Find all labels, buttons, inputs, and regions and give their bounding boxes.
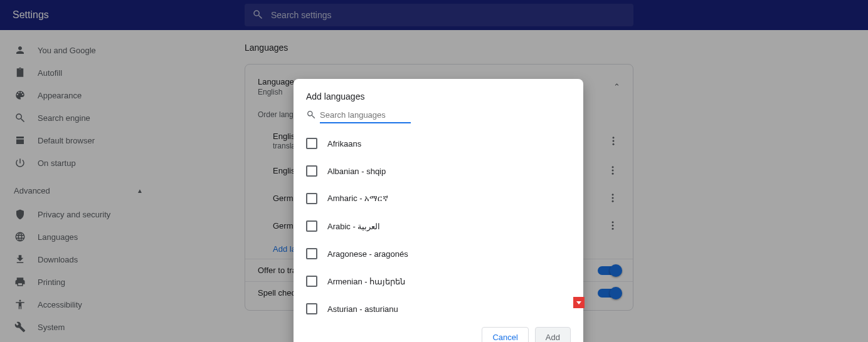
checkbox[interactable] xyxy=(306,248,317,259)
language-option[interactable]: Albanian - shqip xyxy=(306,157,571,185)
language-option-label: Afrikaans xyxy=(327,139,361,148)
checkbox[interactable] xyxy=(306,220,317,232)
language-option[interactable]: Armenian - հայերեն xyxy=(306,267,571,295)
dialog-title: Add languages xyxy=(294,79,583,108)
checkbox[interactable] xyxy=(306,138,317,149)
language-option-label: Aragonese - aragonés xyxy=(327,249,408,259)
checkbox[interactable] xyxy=(306,193,317,204)
language-option-label: Amharic - አማርኛ xyxy=(327,194,388,204)
cancel-button[interactable]: Cancel xyxy=(482,327,528,342)
language-option[interactable]: Aragonese - aragonés xyxy=(306,240,571,267)
dialog-search-row xyxy=(306,108,571,123)
add-languages-dialog: Add languages Afrikaans Albanian - shqip… xyxy=(294,79,583,342)
language-option[interactable]: Arabic - العربية xyxy=(306,212,571,240)
dialog-actions: Cancel Add xyxy=(294,318,583,342)
checkbox[interactable] xyxy=(306,303,317,314)
checkbox[interactable] xyxy=(306,276,317,287)
checkbox[interactable] xyxy=(306,165,317,177)
language-option[interactable]: Afrikaans xyxy=(306,130,571,157)
language-option[interactable]: Asturian - asturianu xyxy=(306,295,571,318)
language-options-list[interactable]: Afrikaans Albanian - shqip Amharic - አማር… xyxy=(294,130,583,318)
language-option-label: Asturian - asturianu xyxy=(327,304,398,314)
language-option-label: Albanian - shqip xyxy=(327,167,386,176)
language-option[interactable]: Amharic - አማርኛ xyxy=(306,185,571,212)
language-search-input[interactable] xyxy=(320,108,411,123)
search-icon xyxy=(306,110,316,122)
language-option-label: Arabic - العربية xyxy=(327,222,380,231)
add-button[interactable]: Add xyxy=(535,327,571,342)
language-option-label: Armenian - հայերեն xyxy=(327,277,405,286)
